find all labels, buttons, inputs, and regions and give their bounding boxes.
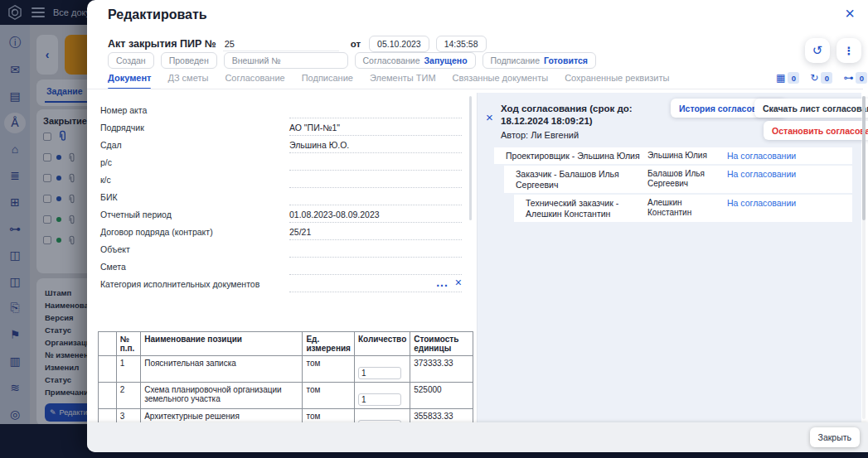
counter-sync-icon[interactable]: ↻0 <box>810 72 832 84</box>
form-field-row: СдалЭльшина Ю.О. <box>100 136 462 153</box>
document-number-input[interactable]: 25 <box>223 36 339 51</box>
chip-label: Проведен <box>169 55 209 65</box>
modal-scrollbar[interactable] <box>862 96 866 220</box>
unit-price-cell: 355833.33 <box>410 409 473 423</box>
row-select-cell[interactable] <box>99 356 117 383</box>
from-label: от <box>351 39 361 49</box>
field-value-input[interactable] <box>289 101 462 118</box>
field-label: р/с <box>100 153 289 170</box>
status-chip-согласование[interactable]: СогласованиеЗапущено <box>355 52 476 69</box>
field-label: Смета <box>100 258 289 274</box>
field-label: Подрядчик <box>100 118 289 135</box>
approval-author: Автор: Ли Евгений <box>501 129 671 142</box>
tab-подписание[interactable]: Подписание <box>302 73 353 89</box>
table-row: 2Схема планировочной организации земельн… <box>99 383 473 409</box>
tab-документ[interactable]: Документ <box>108 73 151 89</box>
row-select-cell[interactable] <box>99 409 117 423</box>
screen: Все документы ⓘ✉▤Å⌂≣⊞⊶◫◫⎘⚑▥≋◎ ‹ Задание … <box>0 0 868 458</box>
quantity-cell: 1 <box>354 356 410 383</box>
approver-name: Эльшина Юлия <box>646 147 722 164</box>
row-select-cell[interactable] <box>99 383 117 409</box>
approval-status: На согласовании <box>722 147 852 164</box>
field-label: Сдал <box>100 136 289 152</box>
field-label: Номер акта <box>100 101 289 118</box>
tab-элементы-тим[interactable]: Элементы ТИМ <box>370 73 436 89</box>
chip-label: Подписание <box>491 55 540 65</box>
close-button[interactable]: Закрыть <box>810 427 860 447</box>
status-chip-подписание[interactable]: ПодписаниеГотовится <box>482 52 596 69</box>
calendar-check-icon: ▦ <box>776 72 785 84</box>
form-field-row: Категория исполнительных документов ...× <box>100 275 462 292</box>
chip-label: Создан <box>116 55 146 65</box>
approval-header: Ход согласования (срок до: 18.12.2024 18… <box>501 103 671 142</box>
date-input[interactable]: 05.10.2023 <box>369 36 429 52</box>
form-field-row: Номер акта <box>100 101 462 118</box>
approval-row: Технический заказчик - Алешкин Константи… <box>514 195 852 222</box>
field-label: к/с <box>100 171 289 187</box>
table-row: 3Архитектурные решениятом2355833.33 <box>99 409 473 423</box>
quantity-input[interactable]: 1 <box>358 367 401 379</box>
form-field-row: к/с <box>100 171 462 188</box>
form-field-row: Смета <box>100 258 462 275</box>
status-chip-проведен[interactable]: Проведен <box>161 52 217 69</box>
counter-calendar-check-icon[interactable]: ▦0 <box>776 72 799 84</box>
column-header <box>99 332 117 356</box>
form-field-row: ПодрядчикАО "ПИ-№1" <box>100 118 462 136</box>
column-header: Стоимость единицы <box>410 332 473 356</box>
stop-approval-button[interactable]: Остановить согласование <box>764 121 868 140</box>
external-number-input[interactable] <box>285 56 340 65</box>
approver-role: Проектировщик - Эльшина Юлия <box>494 147 646 164</box>
chip-label: Согласование <box>363 55 420 65</box>
unit-cell: том <box>303 383 355 409</box>
form-scrollbar[interactable] <box>469 96 472 220</box>
field-value-input[interactable]: ...× <box>289 275 462 292</box>
table-row: 1Пояснительная запискатом1373333.33 <box>99 356 473 383</box>
field-value-input[interactable] <box>289 258 462 275</box>
counter-hierarchy-icon[interactable]: ⊶0 <box>843 72 867 84</box>
field-value-input[interactable]: Эльшина Ю.О. <box>289 136 462 153</box>
unit-price-cell: 373333.33 <box>410 356 473 383</box>
unit-cell: том <box>303 356 355 383</box>
status-chip-создан[interactable]: Создан <box>108 52 154 69</box>
field-value-input[interactable] <box>289 188 462 205</box>
approval-row: Проектировщик - Эльшина ЮлияЭльшина Юлия… <box>494 147 852 164</box>
quantity-input[interactable]: 1 <box>358 393 401 406</box>
status-chip-внешний-[interactable]: Внешний № <box>224 52 348 69</box>
history-button[interactable]: ↺ <box>805 38 830 63</box>
field-value-input[interactable]: АО "ПИ-№1" <box>289 118 462 136</box>
time-input[interactable]: 14:35:58 <box>436 36 487 52</box>
tab-дз-сметы[interactable]: ДЗ сметы <box>167 73 208 89</box>
tab-связанные-документы[interactable]: Связанные документы <box>453 73 549 89</box>
form-field-row: р/с <box>100 153 462 171</box>
approval-status: На согласовании <box>722 195 852 222</box>
position-name-cell: Схема планировочной организации земельно… <box>141 383 303 409</box>
column-header: Количество <box>354 332 410 356</box>
kebab-menu-button[interactable]: ⋮ <box>836 38 861 63</box>
close-icon[interactable]: × <box>845 5 855 22</box>
clear-field-icon[interactable]: × <box>455 277 462 288</box>
tab-согласование[interactable]: Согласование <box>225 73 284 89</box>
tab-сохраненные-реквизиты[interactable]: Сохраненные реквизиты <box>565 73 669 89</box>
row-number-cell: 1 <box>116 356 140 383</box>
field-value-input[interactable]: 01.08.2023-08.09.2023 <box>289 205 462 223</box>
field-value-input[interactable]: 25/21 <box>289 223 462 240</box>
field-value-input[interactable] <box>289 153 462 171</box>
column-header: № п.п. <box>116 332 140 356</box>
form-field-row: Объект <box>100 240 462 258</box>
hierarchy-icon: ⊶ <box>843 72 853 84</box>
counter-badges: ▦0↻0⊶0 <box>776 72 867 84</box>
download-sheet-button[interactable]: Скачать лист согласования∨ <box>754 99 868 118</box>
unit-price-cell: 525000 <box>410 383 473 409</box>
modal-tabs: ДокументДЗ сметыСогласованиеПодписаниеЭл… <box>108 73 669 89</box>
more-options-icon[interactable]: ... <box>436 278 449 287</box>
field-label: Объект <box>100 240 289 257</box>
quantity-cell: 2 <box>354 409 410 423</box>
column-header: Наименование позиции <box>141 332 303 356</box>
field-value-input[interactable] <box>289 171 462 188</box>
approval-close-icon[interactable]: × <box>486 111 493 123</box>
quantity-cell: 1 <box>354 383 410 409</box>
counter-badge: 0 <box>788 72 799 84</box>
field-label: Категория исполнительных документов <box>100 275 289 292</box>
field-value-input[interactable] <box>289 240 462 258</box>
row-number-cell: 3 <box>116 409 140 423</box>
